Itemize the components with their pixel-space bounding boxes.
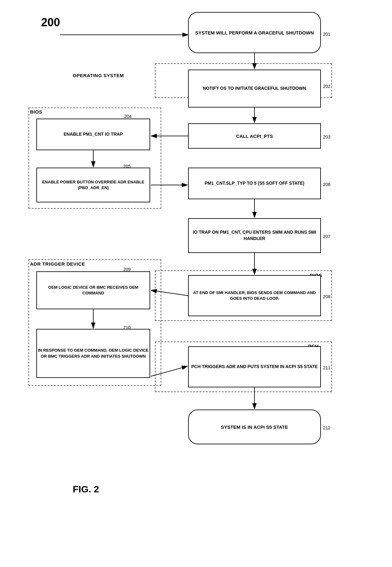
- node-212: SYSTEM IS IN ACPI S5 STATE: [188, 410, 321, 444]
- ref-209: 209: [123, 267, 131, 272]
- node-205: ENABLE POWER BUTTON OVERRIDE ADR ENABLE …: [36, 168, 150, 202]
- ref-201: 201: [323, 32, 330, 37]
- node-206: PM1_CNT.SLP_TYP TO 5 (S5 SOFT OFF STATE): [188, 168, 321, 199]
- adr-region-label: ADR TRIGGER DEVICE: [30, 261, 85, 267]
- ref-204: 204: [124, 114, 132, 119]
- node-208: AT END OF SMI HANDLER, BIOS SENDS OEM CO…: [188, 275, 321, 316]
- os-region-label: OPERATING SYSTEM: [73, 73, 124, 78]
- ref-202: 202: [323, 84, 330, 89]
- node-210: IN RESPONSE TO OEM COMMAND, OEM LOGIC DE…: [36, 329, 150, 378]
- node-201: SYSTEM WILL PERFORM A GRACEFUL SHUTDOWN: [188, 12, 321, 53]
- ref-203: 203: [323, 134, 330, 139]
- node-209: OEM LOGIC DEVICE OR BMC RECEIVES OEM COM…: [36, 271, 150, 309]
- ref-212: 212: [323, 425, 330, 430]
- ref-205: 205: [123, 164, 131, 169]
- node-211: PCH TRIGGERS ADR AND PUTS SYSTEM IN ACPI…: [188, 346, 321, 387]
- ref-210: 210: [123, 325, 131, 330]
- node-204: ENABLE PM1_CNT IO TRAP: [36, 119, 150, 150]
- ref-206: 206: [323, 182, 330, 187]
- ref-207: 207: [323, 234, 330, 239]
- node-207: IO TRAP ON PM1_CNT, CPU ENTERS SMM AND R…: [188, 218, 321, 253]
- ref-208: 208: [323, 294, 330, 299]
- node-203: CALL ACPI_PTS: [188, 123, 321, 149]
- bios-region-1-label: BIOS: [30, 109, 42, 114]
- diagram-container: 200 SYSTEM WILL PERFORM A GRACEFUL SHUTD…: [0, 0, 392, 567]
- node-202: NOTIFY OS TO INITIATE GRACEFUL SHUTDOWN: [188, 70, 321, 108]
- fig-label: FIG. 2: [73, 484, 99, 495]
- diagram-number: 200: [41, 16, 60, 29]
- ref-211: 211: [323, 365, 330, 370]
